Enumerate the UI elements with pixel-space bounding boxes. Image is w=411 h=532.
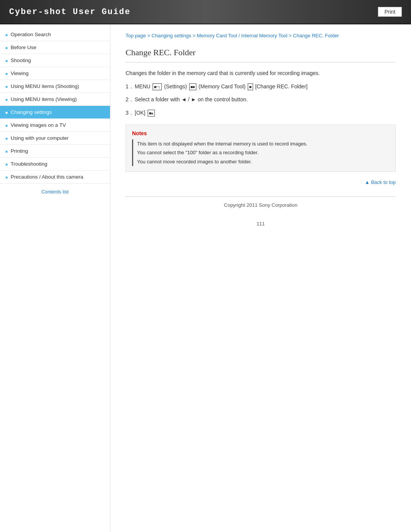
sidebar-label: Troubleshooting <box>11 161 105 167</box>
sidebar-label: Using MENU items (Viewing) <box>11 96 105 102</box>
sidebar-bullet: ■ <box>5 175 8 179</box>
sidebar-bullet: ■ <box>5 33 8 37</box>
print-button[interactable]: Print <box>378 7 402 17</box>
note-line: This item is not displayed when the inte… <box>137 139 307 148</box>
sidebar-label: Using MENU items (Shooting) <box>11 83 105 89</box>
site-title: Cyber-shot User Guide <box>9 7 131 17</box>
page-number: 111 <box>126 213 396 234</box>
footer: Copyright 2011 Sony Corporation <box>126 197 396 213</box>
step-1-change-rec-text: [Change REC. Folder] <box>255 83 307 89</box>
sidebar-bullet: ■ <box>5 149 8 153</box>
sidebar-bullet: ■ <box>5 85 8 89</box>
change-rec-icon: ■ <box>248 83 253 90</box>
sidebar-bullet: ■ <box>5 136 8 141</box>
sidebar-item-printing[interactable]: ■Printing <box>0 145 110 158</box>
sidebar-bullet: ■ <box>5 72 8 76</box>
sidebar-item-viewing-tv[interactable]: ■Viewing images on a TV <box>0 119 110 132</box>
step-2-number: 2． <box>126 95 135 104</box>
notes-left-bar <box>132 139 133 166</box>
step-1-settings-text: (Settings) <box>164 83 188 89</box>
notes-title: Notes <box>132 130 389 136</box>
step-3: 3． [OK] ■▲ <box>126 109 396 117</box>
step-1-memory-text: (Memory Card Tool) <box>199 83 247 89</box>
breadcrumb-change-rec[interactable]: Change REC. Folder <box>293 33 339 38</box>
step-2: 2． Select a folder with ◄ / ► on the con… <box>126 95 396 104</box>
sidebar-item-using-menu-viewing[interactable]: ■Using MENU items (Viewing) <box>0 93 110 106</box>
sidebar-label: Viewing <box>11 70 105 76</box>
main-layout: ■Operation Search■Before Use■Shooting■Vi… <box>0 24 411 532</box>
back-to-top: ▲ Back to top <box>126 179 396 185</box>
breadcrumb-changing-settings[interactable]: Changing settings <box>151 33 191 38</box>
note-line: You cannot move recorded images to anoth… <box>137 157 307 166</box>
step-1-number: 1． <box>126 82 135 91</box>
page-header: Cyber-shot User Guide Print <box>0 0 411 24</box>
step-1-content: MENU ■─┐ (Settings) ■● (Memory Card Tool… <box>135 82 396 91</box>
sidebar-bullet: ■ <box>5 97 8 102</box>
content-area: Top page > Changing settings > Memory Ca… <box>110 24 411 532</box>
breadcrumb: Top page > Changing settings > Memory Ca… <box>126 32 396 40</box>
page-description: Changes the folder in the memory card th… <box>126 70 396 76</box>
note-line: You cannot select the "100" folder as a … <box>137 148 307 157</box>
breadcrumb-memory-card-tool[interactable]: Memory Card Tool / Internal Memory Tool <box>197 33 287 38</box>
sidebar-label: Printing <box>11 148 105 154</box>
sidebar-item-operation-search[interactable]: ■Operation Search <box>0 28 110 41</box>
sidebar-item-before-use[interactable]: ■Before Use <box>0 41 110 54</box>
ok-icon: ■▲ <box>148 110 155 117</box>
sidebar-item-troubleshooting[interactable]: ■Troubleshooting <box>0 158 110 171</box>
back-to-top-link[interactable]: ▲ Back to top <box>365 179 396 185</box>
steps-list: 1． MENU ■─┐ (Settings) ■● (Memory Card T… <box>126 82 396 117</box>
notes-section: Notes This item is not displayed when th… <box>126 125 396 172</box>
settings-icon: ■─┐ <box>153 83 162 90</box>
sidebar-label: Using with your computer <box>11 135 105 141</box>
sidebar-bullet: ■ <box>5 110 8 115</box>
sidebar-item-shooting[interactable]: ■Shooting <box>0 54 110 67</box>
sidebar-label: Operation Search <box>11 32 105 37</box>
sidebar-label: Precautions / About this camera <box>11 174 105 180</box>
sidebar-bullet: ■ <box>5 59 8 63</box>
notes-bar: This item is not displayed when the inte… <box>132 139 389 166</box>
sidebar-bullet: ■ <box>5 123 8 128</box>
page-title: Change REC. Folder <box>126 48 396 62</box>
step-1-menu-text: MENU <box>135 83 152 89</box>
memory-card-icon: ■● <box>189 83 196 90</box>
notes-text: This item is not displayed when the inte… <box>137 139 307 166</box>
sidebar-label: Shooting <box>11 58 105 63</box>
sidebar-bullet: ■ <box>5 162 8 166</box>
contents-list-link[interactable]: Contents list <box>0 184 110 200</box>
sidebar-item-using-computer[interactable]: ■Using with your computer <box>0 132 110 145</box>
sidebar-label: Changing settings <box>11 109 105 115</box>
sidebar-item-using-menu-shooting[interactable]: ■Using MENU items (Shooting) <box>0 80 110 93</box>
step-3-content: [OK] ■▲ <box>135 109 396 117</box>
copyright-text: Copyright 2011 Sony Corporation <box>224 202 298 208</box>
step-3-number: 3． <box>126 109 135 117</box>
sidebar-item-changing-settings[interactable]: ■Changing settings <box>0 106 110 119</box>
step-3-ok-text: [OK] <box>135 110 147 116</box>
sidebar: ■Operation Search■Before Use■Shooting■Vi… <box>0 24 110 532</box>
sidebar-item-viewing[interactable]: ■Viewing <box>0 67 110 80</box>
step-1: 1． MENU ■─┐ (Settings) ■● (Memory Card T… <box>126 82 396 91</box>
breadcrumb-top-page[interactable]: Top page <box>126 33 146 38</box>
sidebar-label: Viewing images on a TV <box>11 122 105 128</box>
sidebar-bullet: ■ <box>5 46 8 50</box>
step-2-content: Select a folder with ◄ / ► on the contro… <box>135 95 396 104</box>
sidebar-item-precautions[interactable]: ■Precautions / About this camera <box>0 171 110 184</box>
sidebar-label: Before Use <box>11 45 105 50</box>
